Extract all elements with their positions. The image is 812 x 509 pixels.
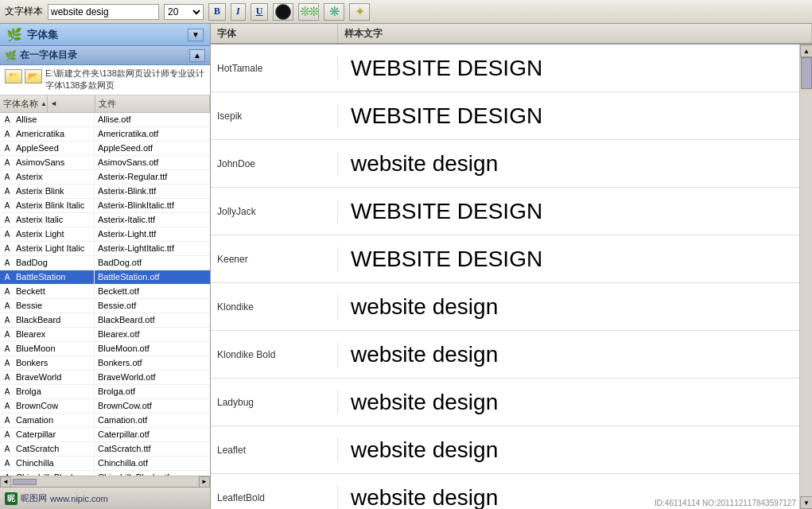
font-row[interactable]: A Bonkers Bonkers.otf bbox=[0, 356, 210, 371]
scroll-track[interactable] bbox=[13, 479, 197, 485]
font-sample-text: website design bbox=[338, 145, 799, 183]
font-sample-text: WEBSITE DESIGN bbox=[338, 240, 799, 278]
tool-btn-3[interactable]: ✦ bbox=[349, 3, 370, 21]
col-resize-handle[interactable]: ◄ bbox=[47, 95, 60, 112]
scroll-thumb[interactable] bbox=[13, 479, 37, 485]
font-sample-name: Isepik bbox=[211, 104, 338, 128]
sample-text-input[interactable] bbox=[48, 4, 159, 20]
font-row-file: Caterpillar.otf bbox=[94, 428, 210, 441]
font-row-icon: A bbox=[0, 213, 14, 227]
font-row-file: BattleStation.otf bbox=[94, 270, 210, 284]
col-file-header[interactable]: 文件 bbox=[95, 95, 210, 112]
font-row-name: Bessie bbox=[14, 299, 94, 313]
font-row-file: Camation.otf bbox=[94, 414, 210, 427]
tool-btn-1[interactable]: ❊❊ bbox=[298, 3, 319, 21]
font-row[interactable]: A BattleStation BattleStation.otf bbox=[0, 270, 210, 285]
font-row[interactable]: A BadDog BadDog.otf bbox=[0, 256, 210, 270]
font-row-file: Asterix-Blink.ttf bbox=[94, 185, 210, 198]
tool-btn-2[interactable]: ❋ bbox=[324, 3, 344, 21]
vscroll-down-btn[interactable]: ▼ bbox=[800, 496, 812, 509]
font-row[interactable]: A BlackBeard BlackBeard.otf bbox=[0, 313, 210, 328]
italic-button[interactable]: I bbox=[231, 3, 246, 21]
vscroll-up-btn[interactable]: ▲ bbox=[800, 45, 812, 57]
font-row-icon: A bbox=[0, 313, 14, 327]
font-row[interactable]: A Americratika Americratika.otf bbox=[0, 127, 210, 142]
font-row[interactable]: A Asterix Blink Asterix-Blink.ttf bbox=[0, 185, 210, 199]
font-row-name: BadDog bbox=[14, 256, 94, 270]
font-row-icon: A bbox=[0, 270, 14, 284]
font-sample-text: website design bbox=[338, 336, 799, 374]
font-row-name: Americratika bbox=[14, 127, 94, 141]
dir-icon: 🌿 bbox=[5, 50, 17, 61]
nipic-label: 昵图网 bbox=[21, 492, 47, 504]
right-content[interactable]: HotTamale WEBSITE DESIGN Isepik WEBSITE … bbox=[211, 45, 799, 509]
watermark: ID:46114114 NO:201112117843597127 bbox=[655, 499, 796, 507]
font-row-icon: A bbox=[0, 185, 14, 198]
color-button[interactable] bbox=[273, 3, 293, 21]
font-row[interactable]: A CatScratch CatScratch.ttf bbox=[0, 442, 210, 457]
right-panel-inner: HotTamale WEBSITE DESIGN Isepik WEBSITE … bbox=[211, 45, 812, 509]
font-row-file: BlueMoon.otf bbox=[94, 342, 210, 356]
vscroll-thumb[interactable] bbox=[801, 57, 812, 89]
font-row-name: Asterix bbox=[14, 170, 94, 184]
font-sample-name: LeafletBold bbox=[211, 486, 338, 510]
font-row-name: Camation bbox=[14, 414, 94, 427]
font-row[interactable]: A Allise Allise.otf bbox=[0, 113, 210, 127]
font-sample-row: Leaflet website design bbox=[211, 426, 799, 474]
dir-collapse-btn[interactable]: ▲ bbox=[189, 49, 205, 62]
font-row[interactable]: A Asterix Asterix-Regular.ttf bbox=[0, 170, 210, 185]
right-vscroll[interactable]: ▲ ▼ bbox=[799, 45, 812, 509]
font-row-icon: A bbox=[0, 356, 14, 370]
col-name-header[interactable]: 字体名称 ▲ ◄ bbox=[0, 95, 95, 112]
font-row-name: AsimovSans bbox=[14, 156, 94, 169]
font-row[interactable]: A Asterix Light Asterix-Light.ttf bbox=[0, 227, 210, 242]
bold-button[interactable]: B bbox=[208, 3, 226, 21]
font-size-select[interactable]: 20 12 14 16 24 28 32 36 bbox=[164, 4, 204, 20]
font-sample-name: Klondike Bold bbox=[211, 343, 338, 367]
font-row-icon: A bbox=[0, 242, 14, 255]
font-row[interactable]: A AppleSeed AppleSeed.otf bbox=[0, 142, 210, 156]
font-row[interactable]: A BlueMoon BlueMoon.otf bbox=[0, 342, 210, 356]
font-row-name: BlueMoon bbox=[14, 342, 94, 356]
font-sample-text: WEBSITE DESIGN bbox=[338, 192, 799, 231]
folder-open-icon[interactable]: 📂 bbox=[25, 69, 42, 84]
font-row[interactable]: A Chinchilla Chinchilla.otf bbox=[0, 457, 210, 471]
font-row[interactable]: A Asterix Blink Italic Asterix-BlinkItal… bbox=[0, 199, 210, 213]
font-list-header: 字体名称 ▲ ◄ 文件 bbox=[0, 95, 210, 113]
panel-collapse-btn[interactable]: ▼ bbox=[188, 29, 204, 41]
color-circle bbox=[275, 4, 291, 20]
font-row[interactable]: A BrownCow BrownCow.otf bbox=[0, 399, 210, 414]
font-row[interactable]: A Bessie Bessie.otf bbox=[0, 299, 210, 313]
font-sample-text: WEBSITE DESIGN bbox=[338, 97, 799, 135]
font-row[interactable]: A Camation Camation.otf bbox=[0, 414, 210, 428]
h-scrollbar[interactable]: ◄ ► bbox=[0, 476, 210, 487]
font-row-name: Brolga bbox=[14, 385, 94, 398]
font-row[interactable]: A Caterpillar Caterpillar.otf bbox=[0, 428, 210, 442]
font-row[interactable]: A Asterix Italic Asterix-Italic.ttf bbox=[0, 213, 210, 227]
font-list[interactable]: A Allise Allise.otf A Americratika Ameri… bbox=[0, 113, 210, 476]
font-row[interactable]: A BraveWorld BraveWorld.otf bbox=[0, 371, 210, 385]
scroll-right-btn[interactable]: ► bbox=[199, 476, 210, 488]
font-sample-row: Ladybug website design bbox=[211, 379, 799, 426]
font-sample-name: Ladybug bbox=[211, 390, 338, 414]
underline-button[interactable]: U bbox=[251, 3, 269, 21]
font-collection-icon: 🌿 bbox=[6, 27, 22, 42]
font-row-file: Beckett.otf bbox=[94, 285, 210, 298]
font-row-name: Blearex bbox=[14, 328, 94, 341]
font-row-icon: A bbox=[0, 199, 14, 212]
font-row[interactable]: A Blearex Blearex.otf bbox=[0, 328, 210, 342]
font-sample-name: JohnDoe bbox=[211, 152, 338, 176]
font-sample-name: HotTamale bbox=[211, 56, 338, 80]
font-row[interactable]: A Asterix Light Italic Asterix-LightItal… bbox=[0, 242, 210, 256]
font-row-name: BlackBeard bbox=[14, 313, 94, 327]
vscroll-track[interactable] bbox=[800, 57, 812, 496]
folder-icon[interactable]: 📁 bbox=[5, 69, 22, 84]
font-row[interactable]: A Beckett Beckett.otf bbox=[0, 285, 210, 299]
scroll-left-btn[interactable]: ◄ bbox=[0, 476, 11, 488]
font-row[interactable]: A AsimovSans AsimovSans.otf bbox=[0, 156, 210, 170]
font-row-icon: A bbox=[0, 342, 14, 356]
font-row-name: BrownCow bbox=[14, 399, 94, 413]
font-sample-name: JollyJack bbox=[211, 200, 338, 223]
font-row[interactable]: A Brolga Brolga.otf bbox=[0, 385, 210, 399]
font-row-file: Bessie.otf bbox=[94, 299, 210, 313]
